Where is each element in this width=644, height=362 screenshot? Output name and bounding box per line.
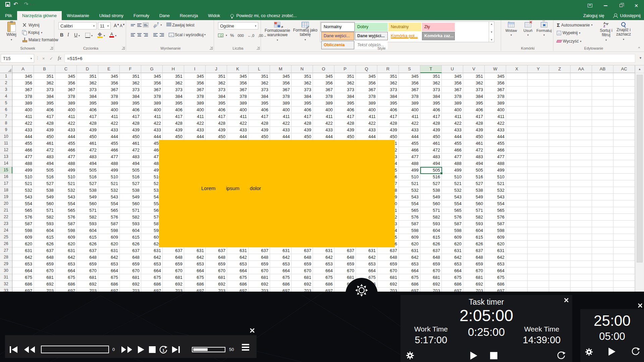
cell-O28[interactable]: 642 bbox=[313, 254, 334, 261]
row-header-30[interactable]: 30 bbox=[0, 267, 12, 274]
delete-cells-button[interactable]: Usuń▾ bbox=[520, 22, 536, 37]
cell-P3[interactable]: 373 bbox=[334, 86, 356, 93]
cell-W1[interactable]: 345 bbox=[485, 73, 506, 80]
cell-W4[interactable]: 378 bbox=[485, 93, 506, 100]
vertical-scrollbar[interactable]: ▲ bbox=[635, 65, 644, 292]
cell-K7[interactable]: 411 bbox=[227, 113, 249, 120]
cell-N7[interactable]: 417 bbox=[291, 113, 313, 120]
cell-AA17[interactable] bbox=[571, 180, 592, 187]
cell-X21[interactable] bbox=[506, 207, 528, 214]
wrap-text-icon[interactable] bbox=[166, 23, 171, 27]
cell-Z8[interactable] bbox=[549, 120, 571, 127]
cell-M10[interactable]: 444 bbox=[270, 133, 291, 140]
cell-Y30[interactable] bbox=[528, 267, 549, 274]
cell-U2[interactable]: 356 bbox=[442, 80, 463, 86]
cell-J8[interactable]: 428 bbox=[206, 120, 227, 127]
cell-C6[interactable]: 400 bbox=[55, 107, 77, 113]
cell-E17[interactable]: 521 bbox=[98, 180, 120, 187]
cell-L9[interactable]: 439 bbox=[249, 127, 270, 133]
cell-D32[interactable]: 692 bbox=[77, 281, 98, 288]
rewind-icon[interactable] bbox=[24, 346, 35, 354]
cell-N31[interactable]: 681 bbox=[291, 274, 313, 281]
cell-A8[interactable]: 422 bbox=[12, 120, 34, 127]
cell-J32[interactable]: 692 bbox=[206, 281, 227, 288]
pomodoro-reset-icon[interactable] bbox=[631, 347, 640, 356]
cell-W9[interactable]: 433 bbox=[485, 127, 506, 133]
row-header-26[interactable]: 26 bbox=[0, 241, 12, 247]
cell-W19[interactable]: 543 bbox=[485, 194, 506, 200]
cell-I5[interactable]: 389 bbox=[184, 100, 206, 107]
cell-D31[interactable]: 681 bbox=[77, 274, 98, 281]
cell-P27[interactable]: 637 bbox=[334, 247, 356, 254]
cell-T30[interactable]: 670 bbox=[420, 267, 442, 274]
cell-F33[interactable]: 703 bbox=[120, 288, 141, 292]
cell-Z18[interactable] bbox=[549, 187, 571, 194]
cell-X17[interactable] bbox=[506, 180, 528, 187]
cell-AB1[interactable] bbox=[592, 73, 613, 80]
cell-L3[interactable]: 373 bbox=[249, 86, 270, 93]
cell-G8[interactable]: 422 bbox=[141, 120, 163, 127]
cell-J3[interactable]: 373 bbox=[206, 86, 227, 93]
gallery-down-icon[interactable]: ▼ bbox=[490, 31, 493, 33]
cell-B28[interactable]: 648 bbox=[34, 254, 55, 261]
cell-I10[interactable]: 444 bbox=[184, 133, 206, 140]
row-header-15[interactable]: 15 bbox=[0, 167, 12, 174]
cell-M1[interactable]: 345 bbox=[270, 73, 291, 80]
row-header-14[interactable]: 14 bbox=[0, 160, 12, 167]
cell-Y21[interactable] bbox=[528, 207, 549, 214]
cell-A21[interactable]: 565 bbox=[12, 207, 34, 214]
cell-W20[interactable]: 554 bbox=[485, 200, 506, 207]
cell-Z9[interactable] bbox=[549, 127, 571, 133]
cell-A14[interactable]: 488 bbox=[12, 160, 34, 167]
cell-Z32[interactable] bbox=[549, 281, 571, 288]
cell-AA11[interactable] bbox=[571, 140, 592, 147]
cell-E2[interactable]: 356 bbox=[98, 80, 120, 86]
column-header-A[interactable]: A bbox=[12, 65, 34, 73]
cell-D30[interactable]: 670 bbox=[77, 267, 98, 274]
cell-P4[interactable]: 384 bbox=[334, 93, 356, 100]
cell-M30[interactable]: 664 bbox=[270, 267, 291, 274]
cell-C17[interactable]: 521 bbox=[55, 180, 77, 187]
cell-C5[interactable]: 389 bbox=[55, 100, 77, 107]
cell-U7[interactable]: 411 bbox=[442, 113, 463, 120]
cell-T23[interactable]: 593 bbox=[420, 221, 442, 227]
cell-R33[interactable]: 703 bbox=[377, 288, 399, 292]
cell-A4[interactable]: 378 bbox=[12, 93, 34, 100]
cell-A33[interactable]: 697 bbox=[12, 288, 34, 292]
cell-T7[interactable]: 417 bbox=[420, 113, 442, 120]
cell-V4[interactable]: 384 bbox=[463, 93, 485, 100]
row-header-19[interactable]: 19 bbox=[0, 194, 12, 200]
cell-T14[interactable]: 494 bbox=[420, 160, 442, 167]
cell-W28[interactable]: 642 bbox=[485, 254, 506, 261]
cell-AB25[interactable] bbox=[592, 234, 613, 241]
cell-C32[interactable]: 686 bbox=[55, 281, 77, 288]
cell-D1[interactable]: 351 bbox=[77, 73, 98, 80]
cell-V14[interactable]: 494 bbox=[463, 160, 485, 167]
cell-U4[interactable]: 378 bbox=[442, 93, 463, 100]
cell-U16[interactable]: 510 bbox=[442, 174, 463, 180]
cell-AC14[interactable] bbox=[613, 160, 635, 167]
cell-X20[interactable] bbox=[506, 200, 528, 207]
cell-AB30[interactable] bbox=[592, 267, 613, 274]
cell-J1[interactable]: 351 bbox=[206, 73, 227, 80]
cell-K5[interactable]: 389 bbox=[227, 100, 249, 107]
cell-E29[interactable]: 653 bbox=[98, 261, 120, 267]
cell-F18[interactable]: 538 bbox=[120, 187, 141, 194]
cell-W24[interactable]: 598 bbox=[485, 227, 506, 234]
column-header-U[interactable]: U bbox=[442, 65, 463, 73]
cell-X2[interactable] bbox=[506, 80, 528, 86]
cell-C31[interactable]: 675 bbox=[55, 274, 77, 281]
bold-icon[interactable]: B bbox=[59, 32, 64, 38]
cell-T27[interactable]: 637 bbox=[420, 247, 442, 254]
cell-I2[interactable]: 356 bbox=[184, 80, 206, 86]
cell-AB16[interactable] bbox=[592, 174, 613, 180]
cell-X16[interactable] bbox=[506, 174, 528, 180]
cell-W5[interactable]: 389 bbox=[485, 100, 506, 107]
cell-A9[interactable]: 433 bbox=[12, 127, 34, 133]
cell-W29[interactable]: 653 bbox=[485, 261, 506, 267]
cell-C13[interactable]: 477 bbox=[55, 154, 77, 160]
cell-O1[interactable]: 345 bbox=[313, 73, 334, 80]
close-button[interactable]: × bbox=[629, 0, 644, 11]
cell-B30[interactable]: 670 bbox=[34, 267, 55, 274]
cell-D33[interactable]: 703 bbox=[77, 288, 98, 292]
